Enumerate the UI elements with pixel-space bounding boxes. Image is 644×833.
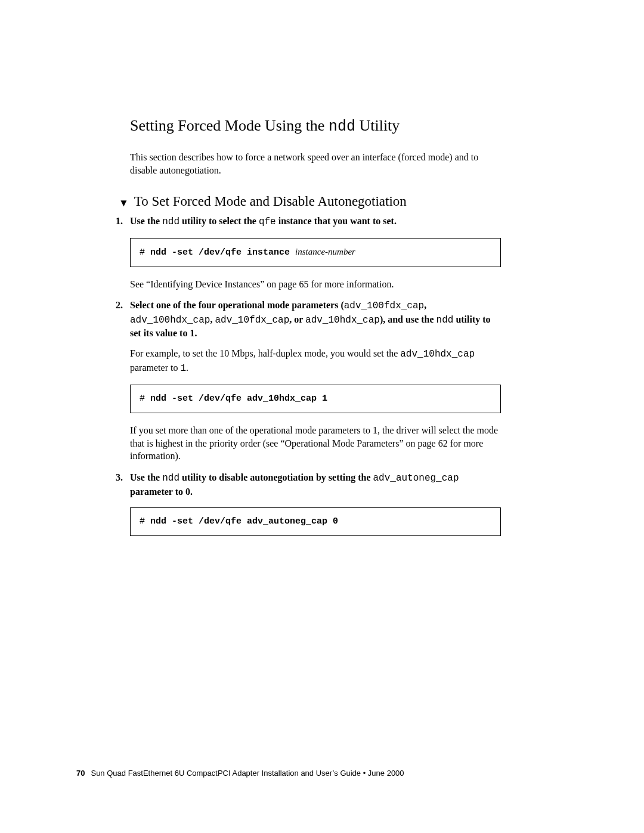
cmd: ndd -set /dev/qfe instance (150, 247, 295, 258)
cmd: ndd -set /dev/qfe adv_autoneg_cap 0 (150, 516, 338, 527)
procedure-title: To Set Forced Mode and Disable Autonegot… (134, 193, 407, 210)
t: For example, to set the 10 Mbps, half-du… (130, 348, 400, 358)
step-1-followup: See “Identifying Device Instances” on pa… (130, 278, 501, 291)
code: qfe (259, 216, 276, 227)
t: parameter to (130, 363, 180, 373)
code-block-2: # ndd -set /dev/qfe adv_10hdx_cap 1 (130, 385, 501, 413)
code-line: # ndd -set /dev/qfe adv_autoneg_cap 0 (140, 516, 338, 528)
code: 1 (180, 363, 186, 374)
t: , or (289, 314, 305, 324)
t: utility to disable autonegotiation by se… (179, 472, 373, 482)
step-2-followup: If you set more than one of the operatio… (130, 424, 501, 463)
code: adv_100fdx_cap (344, 301, 424, 311)
step-3-text: Use the ndd utility to disable autonegot… (130, 472, 459, 497)
code: ndd (162, 473, 179, 484)
code: adv_10fdx_cap (215, 315, 289, 326)
procedure-heading-row: ▼ To Set Forced Mode and Disable Autoneg… (119, 193, 501, 210)
page: Setting Forced Mode Using the ndd Utilit… (0, 0, 644, 833)
t: ), and use the (380, 314, 436, 324)
step-2-example-intro: For example, to set the 10 Mbps, half-du… (130, 347, 501, 375)
step-1: Use the ndd utility to select the qfe in… (130, 215, 501, 290)
section-heading: Setting Forced Mode Using the ndd Utilit… (130, 116, 501, 136)
code-line: # ndd -set /dev/qfe instance instance-nu… (140, 246, 355, 259)
t: utility to select the (179, 216, 259, 226)
t: parameter to 0. (130, 487, 193, 497)
cmd: ndd -set /dev/qfe adv_10hdx_cap 1 (150, 394, 327, 404)
code-block-3: # ndd -set /dev/qfe adv_autoneg_cap 0 (130, 507, 501, 536)
step-1-text: Use the ndd utility to select the qfe in… (130, 216, 397, 226)
code: ndd (436, 315, 454, 326)
t: Select one of the four operational mode … (130, 300, 344, 310)
code-line: # ndd -set /dev/qfe adv_10hdx_cap 1 (140, 393, 327, 405)
code: adv_autoneg_cap (373, 473, 459, 484)
code: adv_100hdx_cap (130, 315, 210, 326)
heading-text-pre: Setting Forced Mode Using the (130, 117, 329, 134)
page-footer: 70Sun Quad FastEthernet 6U CompactPCI Ad… (76, 769, 404, 778)
step-2: Select one of the four operational mode … (130, 299, 501, 463)
footer-text: Sun Quad FastEthernet 6U CompactPCI Adap… (91, 769, 404, 778)
step-3: Use the ndd utility to disable autonegot… (130, 471, 501, 536)
code: adv_10hdx_cap (400, 349, 475, 360)
prompt: # (140, 247, 150, 258)
step-list: Use the ndd utility to select the qfe in… (130, 215, 501, 536)
t: Use the (130, 216, 162, 226)
page-number: 70 (76, 769, 85, 778)
prompt: # (140, 394, 150, 404)
step-2-text: Select one of the four operational mode … (130, 300, 491, 338)
t: Use the (130, 472, 162, 482)
t: instance that you want to set. (276, 216, 397, 226)
arg-placeholder: instance-number (295, 247, 355, 256)
heading-text-post: Utility (355, 117, 400, 134)
prompt: # (140, 516, 150, 527)
code-block-1: # ndd -set /dev/qfe instance instance-nu… (130, 238, 501, 267)
code: ndd (162, 216, 179, 227)
t: . (186, 363, 188, 373)
down-triangle-icon: ▼ (119, 198, 129, 208)
heading-code: ndd (329, 118, 355, 135)
section-intro: This section describes how to force a ne… (130, 151, 501, 176)
code: adv_10hdx_cap (305, 315, 380, 326)
t: , (424, 300, 426, 310)
